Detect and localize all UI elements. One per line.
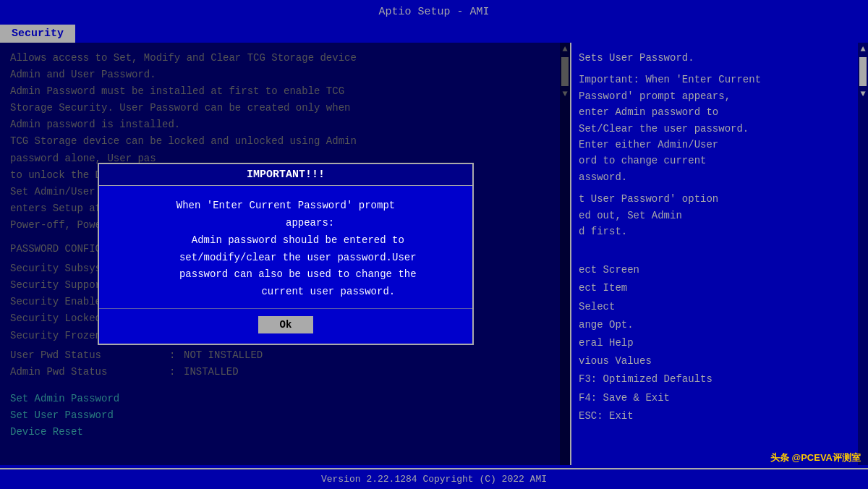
key-change-opt: ange Opt. (579, 316, 861, 334)
ok-button[interactable]: Ok (258, 316, 314, 333)
tab-row: Security (0, 21, 868, 43)
right-scroll-thumb[interactable] (859, 57, 867, 86)
help-line-10: ed out, Set Admin (579, 208, 861, 224)
modal-body: When 'Enter Current Password' prompt app… (99, 186, 472, 308)
help-line-4: enter Admin password to (579, 104, 861, 120)
key-select-screen: ect Screen (579, 261, 861, 279)
tab-security[interactable]: Security (0, 25, 75, 43)
help-line-11: d first. (579, 224, 861, 239)
help-line-6: Enter either Admin/User (579, 137, 861, 153)
right-scroll-down[interactable]: ▼ (859, 88, 867, 101)
help-line-3: Password' prompt appears, (579, 88, 861, 104)
help-line-9: t User Password' option (579, 191, 861, 207)
key-previous-values: vious Values (579, 352, 861, 370)
help-line-2: Important: When 'Enter Current (579, 72, 861, 88)
key-select: Select (579, 298, 861, 316)
main-area: Allows access to Set, Modify and Clear T… (0, 43, 868, 465)
modal-title: IMPORTANT!!! (99, 164, 472, 186)
right-scrollbar[interactable]: ▲ ▼ (858, 43, 868, 465)
key-f3: F3: Optimized Defaults (579, 370, 861, 388)
key-general-help: eral Help (579, 334, 861, 352)
title-bar: Aptio Setup - AMI (0, 0, 868, 21)
right-scroll-up[interactable]: ▲ (859, 43, 867, 56)
modal-overlay: IMPORTANT!!! When 'Enter Current Passwor… (0, 43, 571, 465)
help-line-1: Sets User Password. (579, 50, 861, 66)
footer-text: Version 2.22.1284 Copyright (C) 2022 AMI (321, 474, 547, 485)
help-line-7: ord to change current (579, 153, 861, 169)
help-line-5: Set/Clear the user password. (579, 121, 861, 137)
key-legend: ect Screen ect Item Select ange Opt. era… (579, 261, 861, 425)
app-title: Aptio Setup - AMI (378, 6, 489, 18)
help-text: Sets User Password. Important: When 'Ent… (579, 50, 861, 239)
left-panel: Allows access to Set, Modify and Clear T… (0, 43, 571, 465)
key-select-item: ect Item (579, 279, 861, 297)
bottom-bar: Version 2.22.1284 Copyright (C) 2022 AMI (0, 468, 868, 489)
modal-box: IMPORTANT!!! When 'Enter Current Passwor… (98, 163, 474, 345)
help-line-8: assword. (579, 169, 861, 185)
key-esc: ESC: Exit (579, 407, 861, 425)
modal-text: When 'Enter Current Password' prompt app… (114, 197, 458, 301)
modal-footer: Ok (99, 308, 472, 344)
watermark: 头条 @PCEVA评测室 (770, 451, 861, 464)
right-panel: Sets User Password. Important: When 'Ent… (571, 43, 868, 465)
key-f4: F4: Save & Exit (579, 389, 861, 407)
